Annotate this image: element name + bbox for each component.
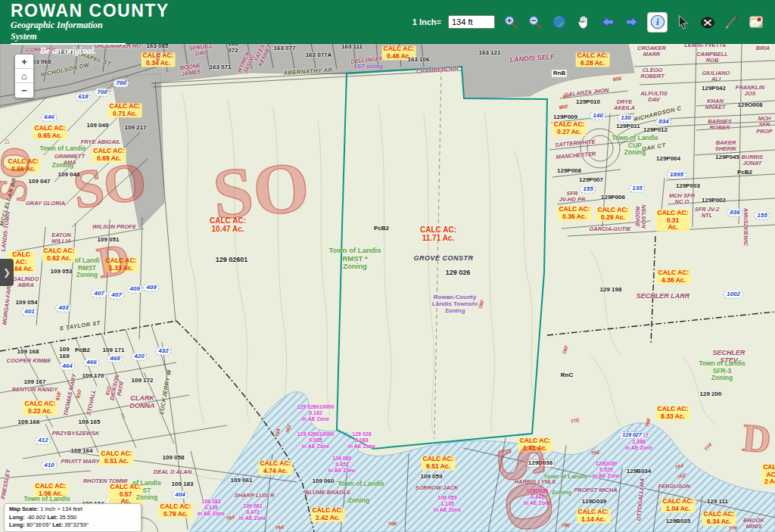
google-maps-icon[interactable] bbox=[747, 14, 764, 31]
map-label: 109 217 bbox=[125, 125, 147, 132]
zoom-in-icon[interactable] bbox=[502, 14, 519, 31]
map-label: CALC AC: 0.65 Ac. bbox=[33, 125, 67, 139]
map-label: 618 bbox=[75, 93, 91, 101]
map-label: 407 bbox=[108, 291, 124, 300]
map-label: 109 060 bbox=[313, 478, 335, 485]
map-label: 409 bbox=[143, 284, 159, 292]
map-label: GROVE CONSTR bbox=[413, 254, 473, 262]
map-label: 129P011 bbox=[616, 123, 640, 130]
zoom-out-button[interactable]: − bbox=[15, 83, 33, 98]
map-label: CALC AC: 0.22 Ac. bbox=[23, 400, 58, 415]
map-labels-layer: CORRIHERSHOEMAKER HU163 067A163 068NICHO… bbox=[0, 0, 775, 532]
map-label: OTTOGALLI MA bbox=[636, 478, 646, 521]
map-label: E TAYLOR ST bbox=[60, 320, 101, 332]
map-label: BOONE JAMES bbox=[179, 63, 202, 78]
identify-info-icon[interactable]: i bbox=[647, 12, 668, 33]
measure-pencil-icon[interactable] bbox=[723, 14, 740, 31]
map-label: 818' bbox=[54, 390, 62, 401]
map-label: SECHLER LARR bbox=[636, 292, 690, 300]
map-label: Town of Landis bbox=[338, 481, 384, 488]
map-label: 109 053 bbox=[51, 269, 73, 275]
map-label: 756' bbox=[590, 449, 600, 456]
map-label: 109 165 bbox=[79, 419, 101, 426]
map-label: 129 111 bbox=[707, 499, 728, 506]
map-label: SATTERWHITE bbox=[555, 138, 596, 148]
map-label: 109 049 bbox=[87, 123, 109, 129]
zoom-out-icon[interactable] bbox=[526, 14, 543, 31]
map-label: CALC AC: 0.31 Ac. bbox=[656, 210, 690, 232]
map-label: PROPST MICHA bbox=[574, 487, 618, 493]
map-label: SFR JV-2 NTL bbox=[695, 207, 720, 219]
map-label: 420 bbox=[131, 353, 147, 361]
select-pointer-icon[interactable] bbox=[674, 14, 692, 31]
logo-tagline: Be an original. bbox=[11, 45, 126, 57]
map-label: 109 059 1.135 in AE Zone bbox=[434, 495, 461, 512]
map-label: 768' bbox=[644, 417, 652, 428]
back-arrow-icon[interactable] bbox=[599, 14, 616, 31]
map-label: RnC bbox=[561, 372, 573, 379]
header-bar: ROWAN COUNTY Geographic Information Syst… bbox=[0, 0, 775, 44]
map-label: CALC AC: 9.51 Ac. bbox=[422, 456, 456, 470]
red-stamp-overlay: SO bbox=[485, 439, 566, 532]
map-label: 464 bbox=[59, 362, 75, 371]
map-label: 109 170 bbox=[82, 373, 104, 380]
map-label: YATES KENNET bbox=[252, 41, 273, 67]
map-label: 129P045 bbox=[715, 154, 739, 161]
map-label: CROAKER MARR bbox=[637, 45, 666, 58]
map-label: 762' bbox=[285, 423, 291, 433]
pan-hand-icon[interactable] bbox=[574, 14, 592, 31]
map-label: 129 026 0.083 in AE Zone bbox=[348, 431, 375, 449]
map-label: BAKER SHERIK bbox=[715, 140, 736, 153]
house-icon: ⌂ bbox=[358, 54, 363, 63]
map-label: 109 183 bbox=[172, 481, 194, 488]
status-box: Map Scale: 1 inch = 134 feet Long: -80.6… bbox=[4, 503, 142, 532]
scale-input[interactable] bbox=[448, 15, 495, 29]
map-label: 155 bbox=[580, 185, 596, 194]
map-label: Rowan-County Landis Townshi Zoning bbox=[432, 294, 478, 315]
map-label: 129P004 bbox=[656, 156, 680, 163]
map-label: ALFULTIS DAV bbox=[640, 91, 668, 104]
forward-arrow-icon[interactable] bbox=[623, 14, 640, 31]
map-label: 129P003 bbox=[676, 183, 700, 190]
map-label: 775' bbox=[570, 417, 580, 425]
map-viewport[interactable]: CORRIHERSHOEMAKER HU163 067A163 068NICHO… bbox=[0, 0, 775, 532]
map-label: CLEGG ROBERT bbox=[640, 67, 665, 80]
map-label: 109 183 0.139 in AE Zone bbox=[198, 499, 225, 516]
map-label: CALC AC: 8.33 Ac. bbox=[656, 406, 690, 420]
map-label: ST oning bbox=[357, 64, 383, 70]
map-label: CALC AC: 0.51 Ac. bbox=[100, 450, 134, 465]
map-label: CHAMBERLAIN bbox=[416, 65, 459, 75]
map-label: 109 168 bbox=[17, 349, 39, 356]
panel-expand-toggle[interactable]: ❯ bbox=[0, 259, 14, 286]
map-label: 129 027 bbox=[619, 431, 644, 439]
map-label: 109 172 bbox=[132, 378, 154, 384]
house-icon: ⌂ bbox=[107, 84, 112, 93]
map-label: 410 bbox=[41, 462, 57, 470]
map-label: CALC AC: 11.71 Ac. bbox=[420, 226, 456, 242]
map-label: 163 111 bbox=[341, 44, 363, 51]
map-label: CLARK DONNA bbox=[130, 394, 155, 409]
map-label: 836 bbox=[727, 209, 742, 217]
map-label: 129P007 bbox=[579, 177, 603, 184]
map-label: FRYE ABIGAIL bbox=[81, 139, 121, 145]
home-button[interactable]: ⌂ bbox=[15, 69, 33, 83]
map-label: 135 bbox=[629, 185, 645, 193]
map-label: 109 061 bbox=[231, 478, 253, 484]
red-stamp-overlay: SO bbox=[210, 151, 313, 231]
red-stamp-overlay: D bbox=[94, 237, 132, 285]
map-label: 129D039 bbox=[582, 499, 606, 506]
map-label: BLUME BRADLE bbox=[305, 490, 350, 496]
map-label: DICKSON PATR bbox=[109, 374, 127, 402]
map-label: CALC AC: 6.34 Ac. bbox=[702, 511, 736, 525]
map-label: LANDIS SELF bbox=[509, 53, 555, 64]
map-label: 129 200 bbox=[700, 391, 722, 398]
map-label: ABERNATHY AR bbox=[283, 67, 332, 77]
clear-selection-icon[interactable] bbox=[699, 14, 716, 31]
map-label: CALC AC: 2 Ac. bbox=[761, 464, 775, 486]
map-label: SPRUILL DAVI bbox=[188, 42, 214, 58]
map-label: 760' bbox=[562, 344, 569, 355]
globe-icon[interactable] bbox=[550, 14, 568, 31]
status-decimal-line: Long: -80.602 Lat: 35.550 bbox=[9, 514, 136, 522]
map-label: 163 077 bbox=[274, 45, 296, 52]
map-label: CALC AC: 4.74 Ac. bbox=[259, 460, 293, 474]
